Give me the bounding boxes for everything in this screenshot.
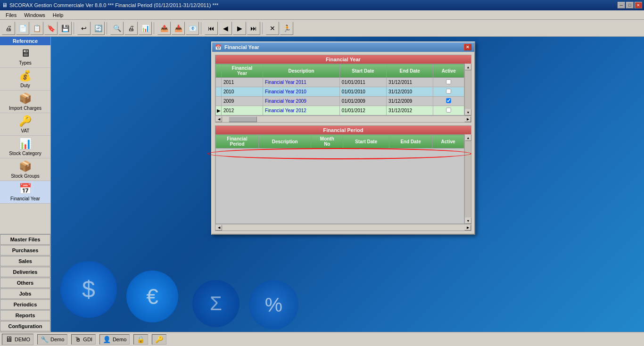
stock-groups-icon: 📦 <box>19 160 32 173</box>
maximize-button[interactable]: □ <box>626 2 634 8</box>
status-tools-label: Demo <box>50 337 64 342</box>
toolbar-next[interactable]: ▶ <box>233 22 246 35</box>
row-indicator <box>216 87 222 97</box>
sidebar-item-stock-category[interactable]: 📊 Stock Category <box>0 136 50 158</box>
toolbar-search[interactable]: 🔍 <box>110 22 124 35</box>
status-gdi: 🖱 GDI <box>71 334 96 345</box>
end-2012: 31/12/2012 <box>387 106 433 115</box>
sidebar-item-stock-groups-label: Stock Groups <box>11 173 40 179</box>
bg-euro: € <box>126 271 178 322</box>
nav-periodics[interactable]: Periodics <box>0 299 50 310</box>
menu-help[interactable]: Help <box>49 11 67 19</box>
hscroll-right[interactable]: ▶ <box>464 116 471 122</box>
nav-reports[interactable]: Reports <box>0 310 50 321</box>
minimize-button[interactable]: ─ <box>618 2 625 8</box>
fp-scroll-up[interactable]: ▲ <box>465 134 471 141</box>
import-charges-icon: 📦 <box>19 92 32 105</box>
table-row-selected[interactable]: ▶ 2012 Financial Year 2012 01/01/2012 31… <box>216 106 464 115</box>
nav-jobs[interactable]: Jobs <box>0 288 50 299</box>
statusbar: 🖥 DEMO 🔧 Demo 🖱 GDI 👤 Demo 🔒 🔑 <box>0 332 644 346</box>
sidebar-item-stock-groups[interactable]: 📦 Stock Groups <box>0 158 50 181</box>
table-row[interactable]: 2011 Financial Year 2011 01/01/2011 31/1… <box>216 78 464 87</box>
financial-period-section: Financial Period FinancialPeriod Descrip… <box>215 125 471 231</box>
dialog-close-button[interactable]: ✕ <box>464 44 471 50</box>
stock-category-icon: 📊 <box>19 138 32 150</box>
fy-vscrollbar[interactable]: ▲ ▼ <box>464 64 471 115</box>
row-indicator <box>216 78 222 87</box>
toolbar-refresh[interactable]: 🔄 <box>91 22 105 35</box>
financial-period-table-container: FinancialPeriod Description MonthNo Star… <box>215 134 471 224</box>
fp-hscroll-right[interactable]: ▶ <box>464 225 471 231</box>
toolbar-undo[interactable]: ↩ <box>77 22 91 35</box>
toolbar-first[interactable]: ⏮ <box>205 22 218 35</box>
sidebar-item-duty[interactable]: 💰 Duty <box>0 68 50 91</box>
nav-sales[interactable]: Sales <box>0 256 50 266</box>
nav-master-files[interactable]: Master Files <box>0 234 50 245</box>
nav-configuration[interactable]: Configuration <box>0 321 50 331</box>
sidebar-item-financial-year[interactable]: 📅 Financial Year <box>0 181 50 204</box>
fp-hscroll-left[interactable]: ◀ <box>215 225 222 231</box>
nav-purchases[interactable]: Purchases <box>0 245 50 255</box>
start-2012: 01/01/2012 <box>339 106 386 115</box>
fp-col-period: FinancialPeriod <box>216 135 259 148</box>
toolbar-run[interactable]: 🏃 <box>280 22 293 35</box>
content-area: $ € Σ % 📅 Financial Year ✕ Financial Yea… <box>51 37 644 332</box>
end-2010: 31/12/2010 <box>387 87 433 97</box>
col-financial-year: FinancialYear <box>222 64 263 78</box>
table-row[interactable]: 2009 Financial Year 2009 01/01/2009 31/1… <box>216 97 464 106</box>
sidebar-item-types[interactable]: 🖥 Types <box>0 45 50 68</box>
year-2011: 2011 <box>222 78 263 87</box>
toolbar-print[interactable]: 🖨 <box>124 22 138 35</box>
fy-hscrollbar[interactable]: ◀ ▶ <box>215 115 471 122</box>
dialog-titlebar: 📅 Financial Year ✕ <box>212 42 474 52</box>
dialog-title-icon: 📅 <box>215 44 222 50</box>
status-user: 👤 Demo <box>99 334 130 345</box>
bg-percent: % <box>249 280 298 330</box>
toolbar-open[interactable]: 📄 <box>16 22 29 35</box>
hscroll-left[interactable]: ◀ <box>215 116 222 122</box>
nav-deliveries[interactable]: Deliveries <box>0 267 50 277</box>
toolbar-export[interactable]: 📤 <box>157 22 171 35</box>
sidebar-item-financial-year-label: Financial Year <box>10 196 40 201</box>
fp-vscrollbar[interactable]: ▲ ▼ <box>464 134 471 224</box>
financial-year-table: FinancialYear Description Start Date End… <box>215 64 464 115</box>
table-row[interactable]: 2010 Financial Year 2010 01/01/2010 31/1… <box>216 87 464 97</box>
toolbar-last[interactable]: ⏭ <box>247 22 260 35</box>
financial-year-icon: 📅 <box>19 183 32 195</box>
scroll-down[interactable]: ▼ <box>465 109 471 115</box>
menu-files[interactable]: Files <box>2 11 20 19</box>
sidebar-item-vat[interactable]: 🔑 VAT <box>0 113 50 136</box>
fp-col-description: Description <box>259 135 311 148</box>
scroll-up[interactable]: ▲ <box>465 64 471 70</box>
year-2010: 2010 <box>222 87 263 97</box>
toolbar-report[interactable]: 📊 <box>139 22 152 35</box>
col-indicator <box>216 64 222 78</box>
toolbar-save[interactable]: 💾 <box>58 22 72 35</box>
active-2010 <box>433 87 464 97</box>
status-gdi-label: GDI <box>83 337 92 342</box>
fp-scroll-track <box>465 141 471 217</box>
nav-others[interactable]: Others <box>0 278 50 288</box>
toolbar-email[interactable]: 📧 <box>186 22 199 35</box>
desc-2012: Financial Year 2012 <box>263 106 340 115</box>
toolbar-cancel[interactable]: ✕ <box>266 22 279 35</box>
types-icon: 🖥 <box>20 47 31 59</box>
desc-2009: Financial Year 2009 <box>263 97 340 106</box>
financial-year-section: Financial Year FinancialYear Description… <box>215 55 471 123</box>
start-2009: 01/01/2009 <box>339 97 386 106</box>
fp-scroll-down[interactable]: ▼ <box>465 217 471 224</box>
menu-windows[interactable]: Windows <box>20 11 49 19</box>
financial-year-table-inner: FinancialYear Description Start Date End… <box>215 64 464 115</box>
close-button[interactable]: ✕ <box>635 2 642 8</box>
toolbar-import[interactable]: 📥 <box>172 22 185 35</box>
hscroll-thumb[interactable] <box>229 116 257 122</box>
end-2009: 31/12/2009 <box>387 97 433 106</box>
toolbar-copy[interactable]: 📋 <box>30 22 43 35</box>
table-row <box>216 148 464 224</box>
toolbar-bookmark[interactable]: 🔖 <box>44 22 58 35</box>
fp-hscrollbar[interactable]: ◀ ▶ <box>215 224 471 231</box>
sidebar-item-import-charges[interactable]: 📦 Import Charges <box>0 91 50 113</box>
toolbar: 🖨 📄 📋 🔖 💾 ↩ 🔄 🔍 🖨 📊 📤 📥 📧 ⏮ ◀ ▶ ⏭ ✕ 🏃 <box>0 20 644 37</box>
toolbar-new[interactable]: 🖨 <box>2 22 15 35</box>
toolbar-prev[interactable]: ◀ <box>219 22 232 35</box>
